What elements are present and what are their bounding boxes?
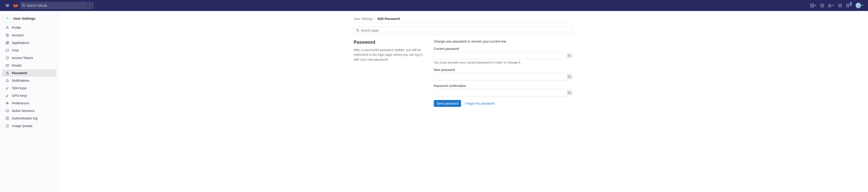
global-search-input[interactable] <box>25 4 87 7</box>
page-search-input[interactable] <box>361 29 570 32</box>
sidebar-item-chat[interactable]: Chat <box>2 47 57 54</box>
breadcrumb-separator-icon: › <box>375 17 376 21</box>
issues-button[interactable] <box>819 2 826 9</box>
svg-point-26 <box>7 102 7 103</box>
search-icon <box>22 4 25 7</box>
merge-request-icon <box>828 4 832 7</box>
sidebar-item-authentication-log[interactable]: Authentication log <box>2 115 57 122</box>
sidebar-item-ssh-keys[interactable]: SSH Keys <box>2 85 57 92</box>
new-password-label: New password <box>434 68 573 72</box>
save-password-button[interactable]: Save password <box>434 100 461 107</box>
todos-button[interactable] <box>837 2 843 9</box>
sidebar-item-applications[interactable]: Applications <box>2 39 57 46</box>
sidebar-item-label: Authentication log <box>12 117 37 120</box>
sidebar-item-label: Notifications <box>12 79 29 83</box>
quota-icon <box>5 124 9 128</box>
sidebar-item-label: Preferences <box>12 101 29 105</box>
password-manager-icon[interactable] <box>567 53 571 58</box>
section-description: Password After a successful password upd… <box>354 40 428 107</box>
svg-point-33 <box>568 55 569 56</box>
preferences-icon <box>5 101 9 105</box>
svg-point-16 <box>7 35 8 35</box>
search-icon <box>356 29 360 32</box>
svg-point-38 <box>569 76 569 77</box>
svg-point-41 <box>568 92 569 93</box>
sidebar-header[interactable]: User Settings <box>0 13 58 24</box>
svg-rect-19 <box>6 43 7 44</box>
global-search[interactable]: / <box>20 2 93 9</box>
log-icon <box>5 117 9 120</box>
sidebar-item-password[interactable]: Password <box>2 69 57 77</box>
sidebar-item-label: Access Tokens <box>12 56 33 60</box>
sidebar-item-label: Active Sessions <box>12 109 35 113</box>
help-button[interactable]: 5 <box>845 2 853 9</box>
svg-point-35 <box>570 55 570 56</box>
sidebar-item-account[interactable]: Account <box>2 32 57 39</box>
section-description-text: After a successful password update, you … <box>354 47 428 62</box>
gitlab-logo-icon <box>13 3 18 8</box>
page-title: Password <box>354 40 428 45</box>
chevron-down-icon <box>814 5 816 6</box>
new-password-input[interactable] <box>434 73 573 80</box>
svg-point-37 <box>568 76 569 77</box>
sidebar-item-profile[interactable]: Profile <box>2 24 57 31</box>
breadcrumb-current: Edit Password <box>378 17 400 21</box>
svg-point-7 <box>7 20 8 20</box>
gitlab-logo[interactable] <box>13 3 18 8</box>
svg-point-28 <box>6 104 7 104</box>
svg-rect-17 <box>6 41 7 42</box>
sidebar-item-notifications[interactable]: Notifications <box>2 77 57 84</box>
breadcrumb-root[interactable]: User Settings <box>354 17 373 21</box>
current-password-input[interactable] <box>434 52 573 59</box>
hamburger-button[interactable] <box>4 2 11 9</box>
hamburger-icon <box>5 4 9 7</box>
svg-rect-29 <box>6 109 9 111</box>
create-button[interactable] <box>809 2 817 9</box>
chat-icon <box>5 49 9 52</box>
applications-icon <box>5 41 9 44</box>
svg-point-43 <box>570 92 570 93</box>
topbar-right: 5 <box>809 2 864 9</box>
svg-rect-18 <box>7 41 9 42</box>
svg-point-34 <box>569 55 569 56</box>
search-shortcut-badge: / <box>87 4 92 7</box>
sidebar-item-emails[interactable]: Emails <box>2 62 57 69</box>
sidebar-item-gpg-keys[interactable]: GPG Keys <box>2 92 57 99</box>
issues-icon <box>820 4 824 7</box>
sidebar-avatar-icon <box>4 14 11 22</box>
password-manager-icon[interactable] <box>567 90 571 95</box>
svg-point-14 <box>7 26 8 28</box>
help-badge: 5 <box>849 2 852 5</box>
breadcrumb: User Settings › Edit Password <box>354 14 573 23</box>
layout: User Settings ProfileAccountApplications… <box>0 11 868 192</box>
topbar-left: / <box>4 2 808 9</box>
key-icon <box>5 86 9 90</box>
plus-square-icon <box>810 4 814 7</box>
svg-point-21 <box>6 57 9 59</box>
merge-requests-button[interactable] <box>827 2 835 9</box>
page-search <box>354 27 573 34</box>
password-form: Change your password or recover your cur… <box>434 40 573 107</box>
email-icon <box>5 64 9 67</box>
sidebar-item-preferences[interactable]: Preferences <box>2 100 57 107</box>
sidebar-item-usage-quotas[interactable]: Usage Quotas <box>2 122 57 130</box>
page-search-box[interactable] <box>354 27 573 34</box>
svg-point-12 <box>6 19 7 20</box>
svg-point-6 <box>7 17 8 17</box>
sidebar-item-active-sessions[interactable]: Active Sessions <box>2 107 57 115</box>
sidebar-title: User Settings <box>13 17 35 20</box>
svg-rect-23 <box>6 73 8 74</box>
confirm-password-label: Password confirmation <box>434 84 573 88</box>
user-menu-button[interactable] <box>855 2 864 9</box>
sidebar: User Settings ProfileAccountApplications… <box>0 11 59 192</box>
password-manager-icon[interactable] <box>567 74 571 79</box>
sidebar-item-label: GPG Keys <box>12 94 27 97</box>
sidebar-item-access-tokens[interactable]: Access Tokens <box>2 54 57 62</box>
sidebar-item-label: Applications <box>12 41 29 44</box>
topbar: / 5 <box>0 0 868 11</box>
lock-icon <box>5 71 9 75</box>
forgot-password-link[interactable]: I forgot my password <box>465 102 494 105</box>
section-intro: Change your password or recover your cur… <box>434 40 573 43</box>
confirm-password-input[interactable] <box>434 89 573 96</box>
svg-point-8 <box>5 18 6 19</box>
